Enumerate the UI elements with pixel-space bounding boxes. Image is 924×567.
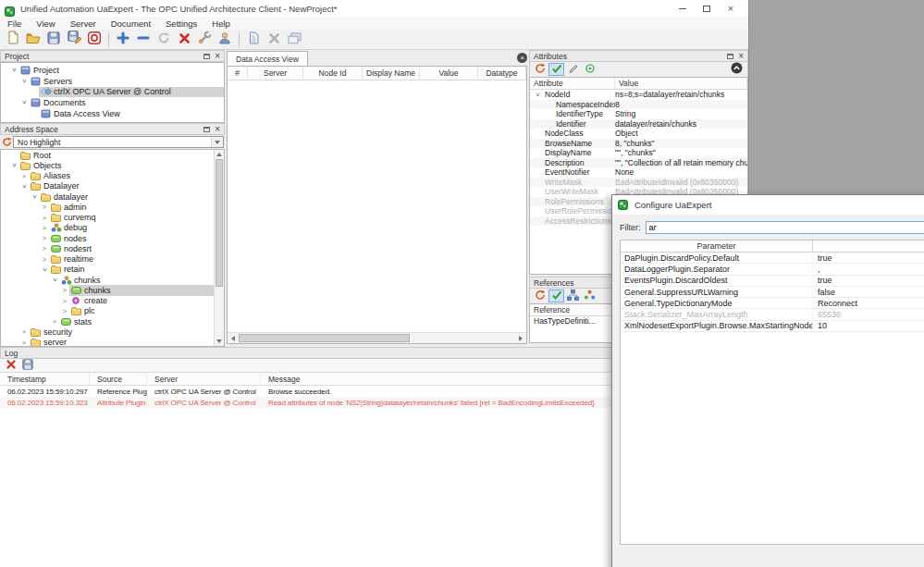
write-attribute-button[interactable]: [565, 63, 581, 76]
tab-data-access-view[interactable]: Data Access View: [227, 51, 308, 66]
expand-arrow-icon[interactable]: >: [41, 233, 48, 243]
expand-arrow-icon[interactable]: >: [51, 316, 58, 327]
tree-item-admin[interactable]: >admin: [1, 202, 214, 212]
scroll-down-button[interactable]: [215, 337, 224, 346]
tree-item-datalayer[interactable]: >datalayer: [1, 191, 214, 202]
collapse-arrow-icon[interactable]: >: [30, 193, 40, 201]
expand-arrow-icon[interactable]: >: [41, 202, 48, 212]
scroll-right-button[interactable]: [515, 333, 526, 343]
tree-item-root[interactable]: Root: [1, 150, 214, 160]
minimize-button[interactable]: [671, 1, 695, 16]
highlight-mode-select[interactable]: No Highlight: [13, 136, 224, 148]
address-space-panel-float-button[interactable]: [203, 127, 210, 132]
dav-column-[interactable]: #: [228, 67, 248, 80]
dav-column-value[interactable]: Value: [420, 67, 478, 80]
scrollbar-thumb[interactable]: [239, 334, 410, 342]
setting-row-xmlnodesetexportplugin-browse-maxstartingnodes[interactable]: XmlNodesetExportPlugin.Browse.MaxStartin…: [621, 321, 924, 332]
save-project-as-button[interactable]: [64, 31, 84, 49]
expand-arrow-icon[interactable]: >: [61, 306, 68, 316]
close-button[interactable]: ×: [719, 1, 743, 16]
tree-item-plc[interactable]: >plc: [1, 306, 214, 316]
tree-item-server[interactable]: >server: [1, 338, 214, 348]
quit-button[interactable]: [84, 31, 105, 49]
attribute-row-writemask[interactable]: WriteMaskBadAttributeIdInvalid (0x803500…: [530, 178, 747, 188]
menu-document[interactable]: Document: [104, 17, 158, 30]
dialog-titlebar[interactable]: Configure UaExpert: [612, 195, 924, 215]
dav-column-server[interactable]: Server: [248, 67, 303, 80]
expand-arrow-icon[interactable]: >: [20, 171, 28, 181]
attributes-panel-close-button[interactable]: ×: [738, 52, 744, 61]
tree-item-ctrlx-opc-ua-server-control[interactable]: ctrlX OPC UA Server @ Control: [1, 87, 224, 98]
expand-arrow-icon[interactable]: >: [61, 285, 68, 295]
highlight-dropdown-button[interactable]: [211, 137, 223, 147]
menu-view[interactable]: View: [29, 17, 62, 30]
tree-item-security[interactable]: >security: [1, 327, 214, 337]
expand-arrow-icon[interactable]: >: [20, 327, 28, 337]
remove-document-button[interactable]: [264, 31, 284, 49]
expand-arrow-icon[interactable]: >: [41, 254, 48, 265]
auto-update-toggle-button[interactable]: [548, 63, 564, 76]
hierarchy-view-button[interactable]: [565, 290, 581, 302]
tree-item-debug[interactable]: >debug: [1, 223, 214, 233]
attribute-row-browsename[interactable]: BrowseName8, "chunks": [530, 139, 747, 149]
attribute-row-displayname[interactable]: DisplayName"", "chunks": [530, 148, 747, 158]
attribute-row-identifiertype[interactable]: IdentifierTypeString: [530, 109, 747, 119]
change-user-button[interactable]: [215, 31, 235, 49]
menu-file[interactable]: File: [0, 17, 29, 30]
parameter-column-header[interactable]: Parameter: [621, 240, 813, 252]
references-graph-button[interactable]: [582, 290, 598, 302]
new-project-button[interactable]: [3, 31, 23, 49]
auto-update-toggle-button[interactable]: [548, 290, 564, 302]
expand-arrow-icon[interactable]: >: [41, 223, 48, 233]
save-project-button[interactable]: [43, 31, 64, 49]
address-space-panel-close-button[interactable]: ×: [215, 125, 220, 134]
attribute-row-nodeclass[interactable]: NodeClassObject: [530, 129, 747, 139]
tree-item-data-access-view[interactable]: Data Access View: [1, 108, 224, 119]
attribute-row-nodeid[interactable]: >NodeIdns=8;s=datalayer/retain/chunks: [530, 90, 747, 100]
collapse-arrow-icon[interactable]: >: [19, 77, 30, 84]
address-space-scrollbar[interactable]: [214, 150, 224, 346]
tree-item-documents[interactable]: >Documents: [1, 97, 224, 108]
menu-help[interactable]: Help: [204, 17, 238, 30]
dav-horizontal-scrollbar[interactable]: [228, 332, 526, 343]
tree-item-curvemq[interactable]: >curvemq: [1, 213, 214, 223]
tree-item-nodesrt[interactable]: >nodesrt: [1, 243, 214, 253]
collapse-arrow-icon[interactable]: >: [9, 67, 19, 74]
menu-settings[interactable]: Settings: [158, 17, 204, 30]
attribute-row-eventnotifier[interactable]: EventNotifierNone: [530, 167, 747, 178]
collapse-arrow-icon[interactable]: >: [50, 277, 60, 284]
refresh-references-button[interactable]: [532, 290, 548, 302]
setting-row-eventsplugin-discardoldest[interactable]: EventsPlugin.DiscardOldesttrue: [621, 276, 924, 287]
refresh-attributes-button[interactable]: [532, 63, 548, 76]
window-layout-button[interactable]: [284, 31, 304, 49]
tree-item-objects[interactable]: >Objects: [1, 160, 214, 170]
setting-row-stack-serializer-maxarraylength[interactable]: Stack.Serializer_MaxArrayLength65536: [621, 309, 924, 320]
collapse-arrow-icon[interactable]: >: [40, 265, 50, 273]
log-column-source[interactable]: Source: [90, 373, 147, 385]
clear-log-button[interactable]: [3, 359, 18, 372]
collapse-arrow-icon[interactable]: >: [533, 91, 543, 98]
dav-column-datatype[interactable]: Datatype: [478, 67, 526, 80]
filter-input[interactable]: [646, 221, 924, 234]
maximize-button[interactable]: [695, 1, 719, 16]
tree-item-chunks[interactable]: >chunks: [1, 285, 214, 295]
expand-arrow-icon[interactable]: >: [41, 243, 48, 253]
add-document-button[interactable]: [243, 31, 264, 49]
tree-item-retain[interactable]: >retain: [1, 265, 214, 275]
collapse-arrow-icon[interactable]: >: [19, 182, 30, 190]
attribute-row-namespaceindex[interactable]: NamespaceIndex8: [530, 100, 747, 110]
tree-item-stats[interactable]: >stats: [1, 316, 214, 327]
log-column-server[interactable]: Server: [147, 373, 261, 385]
server-properties-button[interactable]: [194, 31, 215, 49]
scrollbar-thumb[interactable]: [216, 159, 223, 287]
open-project-button[interactable]: [23, 31, 43, 49]
tree-item-datalayer[interactable]: >Datalayer: [1, 181, 214, 191]
tree-item-servers[interactable]: >Servers: [1, 76, 224, 87]
attributes-column-value[interactable]: Value: [615, 78, 747, 89]
expand-arrow-icon[interactable]: >: [41, 213, 48, 223]
attributes-column-attribute[interactable]: Attribute: [530, 78, 615, 89]
connect-server-button[interactable]: [154, 31, 174, 49]
attribute-row-identifier[interactable]: Identifierdatalayer/retain/chunks: [530, 119, 747, 129]
tree-item-chunks[interactable]: >chunks: [1, 275, 214, 285]
attribute-row-description[interactable]: Description"", "Collection of all retain…: [530, 158, 747, 168]
